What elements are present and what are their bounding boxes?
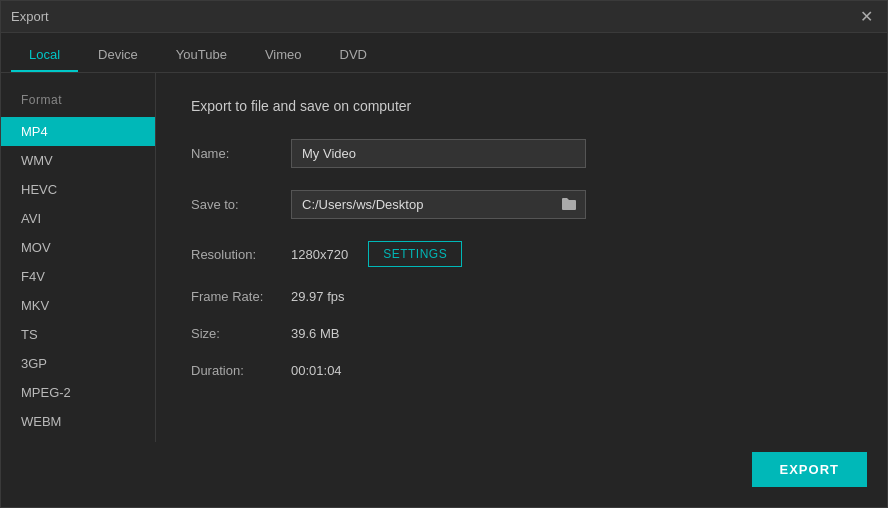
export-button[interactable]: EXPORT [752, 452, 867, 487]
main-panel: Export to file and save on computer Name… [156, 73, 887, 442]
save-to-label: Save to: [191, 197, 291, 212]
browse-folder-button[interactable] [553, 192, 585, 218]
size-label: Size: [191, 326, 291, 341]
sidebar-item-mov[interactable]: MOV [1, 233, 155, 262]
export-window: Export ✕ Local Device YouTube Vimeo DVD … [0, 0, 888, 508]
sidebar-item-webm[interactable]: WEBM [1, 407, 155, 436]
footer: EXPORT [1, 442, 887, 507]
sidebar-item-3gp[interactable]: 3GP [1, 349, 155, 378]
section-title: Export to file and save on computer [191, 98, 852, 114]
resolution-row: Resolution: 1280x720 SETTINGS [191, 241, 852, 267]
duration-row: Duration: 00:01:04 [191, 363, 852, 378]
tab-device[interactable]: Device [80, 39, 156, 72]
sidebar-item-wmv[interactable]: WMV [1, 146, 155, 175]
sidebar-item-mkv[interactable]: MKV [1, 291, 155, 320]
tab-bar: Local Device YouTube Vimeo DVD [1, 33, 887, 73]
duration-label: Duration: [191, 363, 291, 378]
folder-icon [561, 197, 577, 211]
resolution-label: Resolution: [191, 247, 291, 262]
window-title: Export [11, 9, 49, 24]
size-value: 39.6 MB [291, 326, 339, 341]
frame-rate-value: 29.97 fps [291, 289, 345, 304]
name-label: Name: [191, 146, 291, 161]
path-container [291, 190, 586, 219]
sidebar-item-avi[interactable]: AVI [1, 204, 155, 233]
sidebar-item-f4v[interactable]: F4V [1, 262, 155, 291]
save-to-row: Save to: [191, 190, 852, 219]
resolution-value-group: 1280x720 SETTINGS [291, 241, 462, 267]
sidebar-item-mpeg2[interactable]: MPEG-2 [1, 378, 155, 407]
name-row: Name: [191, 139, 852, 168]
size-row: Size: 39.6 MB [191, 326, 852, 341]
close-button[interactable]: ✕ [856, 7, 877, 27]
frame-rate-row: Frame Rate: 29.97 fps [191, 289, 852, 304]
sidebar-item-mp4[interactable]: MP4 [1, 117, 155, 146]
title-bar: Export ✕ [1, 1, 887, 33]
resolution-value: 1280x720 [291, 247, 348, 262]
tab-youtube[interactable]: YouTube [158, 39, 245, 72]
tab-local[interactable]: Local [11, 39, 78, 72]
save-to-input[interactable] [292, 191, 553, 218]
tab-dvd[interactable]: DVD [322, 39, 385, 72]
name-input[interactable] [291, 139, 586, 168]
settings-button[interactable]: SETTINGS [368, 241, 462, 267]
sidebar-item-hevc[interactable]: HEVC [1, 175, 155, 204]
content-area: Format MP4 WMV HEVC AVI MOV F4V MKV TS 3… [1, 73, 887, 442]
format-sidebar: Format MP4 WMV HEVC AVI MOV F4V MKV TS 3… [1, 73, 156, 442]
format-label: Format [1, 93, 155, 117]
frame-rate-label: Frame Rate: [191, 289, 291, 304]
tab-vimeo[interactable]: Vimeo [247, 39, 320, 72]
sidebar-item-ts[interactable]: TS [1, 320, 155, 349]
duration-value: 00:01:04 [291, 363, 342, 378]
